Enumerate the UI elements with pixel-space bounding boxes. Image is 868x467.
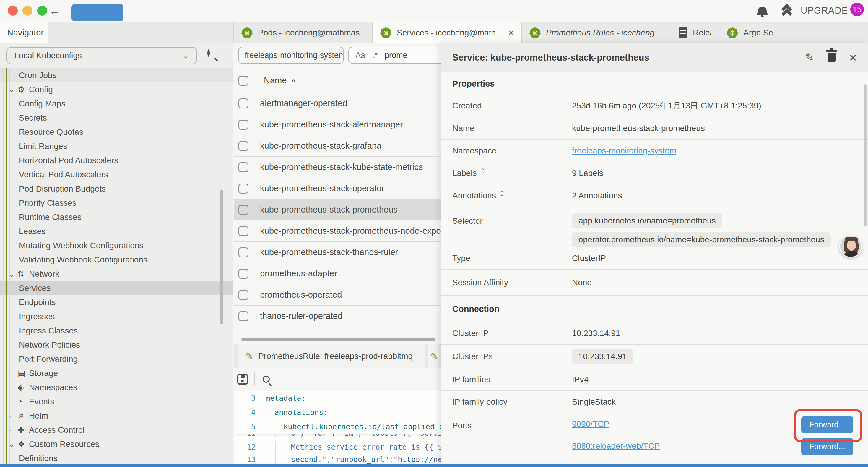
regex-toggle[interactable]: .*: [372, 51, 378, 60]
row-checkbox[interactable]: [239, 162, 248, 172]
navigator-tab[interactable]: Navigator: [0, 23, 49, 43]
sidebar-tree-item[interactable]: Mutating Webhook Configurations: [0, 238, 233, 253]
table-row[interactable]: prometheus-operated: [234, 284, 441, 305]
services-list-panel: freeleaps-monitoring-system ⌄ Aa .* prom…: [234, 43, 441, 467]
user-avatar[interactable]: [839, 235, 862, 258]
row-checkbox[interactable]: [239, 226, 248, 236]
row-checkbox[interactable]: [239, 269, 248, 279]
sidebar-tree-item[interactable]: ⌄ ⇅ Network: [0, 267, 233, 281]
delete-service-icon[interactable]: [828, 53, 836, 62]
sort-ascending-icon[interactable]: ^: [291, 78, 296, 87]
row-checkbox[interactable]: [239, 205, 248, 215]
kubeconfig-select[interactable]: Local Kubeconfigs ⌄: [6, 47, 197, 64]
table-row[interactable]: kube-prometheus-stack-prometheus: [234, 199, 441, 221]
table-row[interactable]: kube-prometheus-stack-kube-state-metrics: [234, 157, 441, 178]
close-window-icon[interactable]: [8, 6, 18, 16]
namespace-link[interactable]: freeleaps-monitoring-system: [572, 146, 676, 155]
row-checkbox[interactable]: [239, 183, 248, 194]
table-row[interactable]: prometheus-adapter: [234, 263, 441, 284]
table-row[interactable]: kube-prometheus-stack-grafana: [234, 135, 441, 157]
cluster-ips-row: Cluster IPs 10.233.14.91: [441, 345, 868, 368]
table-row[interactable]: kube-prometheus-stack-operator: [234, 178, 441, 199]
workspace-tab[interactable]: Pods - icecheng@mathmas...: [234, 23, 373, 43]
editor-line: 5 kubectl.kubernetes.io/last-applied-co: [234, 419, 441, 434]
expand-collapse-icon[interactable]: ˆˇ: [501, 192, 503, 200]
tree-item-label: Helm: [29, 411, 48, 420]
sidebar-tree-item[interactable]: Network Policies: [0, 338, 233, 352]
sidebar-tree-item[interactable]: Resource Quotas: [0, 125, 233, 139]
labels-value[interactable]: 9 Labels: [572, 169, 603, 178]
namespace-select[interactable]: freeleaps-monitoring-system ⌄: [238, 47, 344, 64]
forward-port-button[interactable]: Forward...: [801, 416, 853, 433]
search-icon[interactable]: [208, 49, 210, 57]
minimize-window-icon[interactable]: [23, 6, 32, 16]
sidebar-tree-item[interactable]: Runtime Classes: [0, 210, 233, 224]
sidebar-scrollbar-thumb[interactable]: [220, 190, 223, 324]
port-link[interactable]: 9090/TCP: [572, 419, 609, 429]
port-link[interactable]: 8080:reloader-web/TCP: [572, 441, 660, 451]
row-checkbox[interactable]: [239, 141, 248, 151]
back-arrow-icon[interactable]: ←: [49, 4, 61, 18]
name-column-header[interactable]: Name: [264, 76, 286, 85]
sidebar-tree-item[interactable]: Endpoints: [0, 295, 233, 310]
row-checkbox[interactable]: [239, 98, 248, 109]
forward-port-button[interactable]: Forward...: [801, 438, 853, 455]
close-tab-icon[interactable]: ×: [508, 27, 514, 38]
workspace-tab[interactable]: Release Notes: [671, 23, 719, 43]
row-checkbox[interactable]: [239, 311, 248, 321]
sidebar-tree-item[interactable]: › ▤ Storage: [0, 366, 233, 380]
sidebar-tree-item[interactable]: Pod Disruption Budgets: [0, 182, 233, 196]
workspace-tab[interactable]: Services - icecheng@math... ×: [373, 23, 522, 43]
match-case-toggle[interactable]: Aa: [355, 51, 365, 60]
table-row[interactable]: kube-prometheus-stack-alertmanager: [234, 114, 441, 135]
workspace-tab[interactable]: Prometheus Rules - icecheng...: [522, 23, 671, 43]
sidebar-tree-item[interactable]: Priority Classes: [0, 196, 233, 210]
sidebar-tree-item[interactable]: › ✚ Access Control: [0, 423, 233, 437]
filter-input[interactable]: Aa .* prome: [348, 47, 446, 64]
sidebar-tree-item[interactable]: ◔ Events: [0, 395, 233, 409]
table-row[interactable]: kube-prometheus-stack-thanos-ruler: [234, 242, 441, 263]
workspace-tab[interactable]: Argo Se: [719, 23, 781, 43]
sidebar-tree-item[interactable]: ⌄ ⚙ Config: [0, 83, 233, 97]
sidebar-tree-item[interactable]: Services: [0, 281, 233, 295]
sidebar-tree-item[interactable]: Vertical Pod Autoscalers: [0, 168, 233, 182]
maximize-window-icon[interactable]: [37, 6, 47, 16]
editor-search-icon[interactable]: [262, 376, 270, 383]
annotations-value[interactable]: 2 Annotations: [572, 191, 622, 200]
row-checkbox[interactable]: [239, 290, 248, 300]
sidebar-tree-item[interactable]: Port Forwarding: [0, 352, 233, 366]
edit-service-icon[interactable]: ✎: [805, 52, 814, 64]
sidebar-tree-item[interactable]: Secrets: [0, 111, 233, 125]
sidebar-tree-item[interactable]: Leases: [0, 224, 233, 238]
horizontal-scrollbar-thumb[interactable]: [241, 338, 435, 341]
notification-count-badge[interactable]: 15: [850, 3, 864, 16]
sidebar-tree-item[interactable]: Ingresses: [0, 310, 233, 324]
sidebar-tree-item[interactable]: Limit Ranges: [0, 139, 233, 153]
yaml-editor[interactable]: 3 metadata: 4 annotations: 5 kubectl.kub…: [234, 391, 441, 464]
sidebar-tree-item[interactable]: › ⎈ Helm: [0, 409, 233, 423]
table-row[interactable]: thanos-ruler-operated: [234, 305, 441, 327]
save-icon[interactable]: [237, 374, 248, 384]
sidebar-tree-item[interactable]: Ingress Classes: [0, 324, 233, 338]
sidebar-tree-item[interactable]: Validating Webhook Configurations: [0, 253, 233, 267]
sidebar-tree-item[interactable]: ⌄ ❖ Custom Resources: [0, 437, 233, 451]
sidebar-tree-item[interactable]: Definitions: [0, 451, 233, 466]
table-row[interactable]: kube-prometheus-stack-prometheus-node-ex…: [234, 221, 441, 242]
sidebar-tree-item[interactable]: Cron Jobs: [0, 68, 233, 83]
sidebar-tree-item[interactable]: Horizontal Pod Autoscalers: [0, 153, 233, 168]
sidebar-tree-item[interactable]: ◈ Namespaces: [0, 380, 233, 395]
close-panel-icon[interactable]: ×: [849, 51, 857, 64]
table-row[interactable]: alertmanager-operated: [234, 93, 441, 114]
row-checkbox[interactable]: [239, 120, 248, 130]
detail-scrollbar-thumb[interactable]: [864, 84, 867, 226]
line-number: 3: [234, 394, 255, 403]
editor-tab-partial[interactable]: ✎: [428, 344, 438, 368]
forward-arrow-icon[interactable]: →: [71, 4, 123, 21]
select-all-checkbox[interactable]: [239, 76, 248, 86]
sidebar-tree-item[interactable]: Config Maps: [0, 97, 233, 111]
row-checkbox[interactable]: [239, 247, 248, 258]
editor-tab[interactable]: ✎ PrometheusRule: freeleaps-prod-rabbitm…: [238, 344, 426, 368]
notifications-bell-icon[interactable]: [758, 6, 767, 14]
upgrade-button[interactable]: UPGRADE: [780, 4, 848, 18]
expand-collapse-icon[interactable]: ˆˇ: [482, 169, 484, 177]
